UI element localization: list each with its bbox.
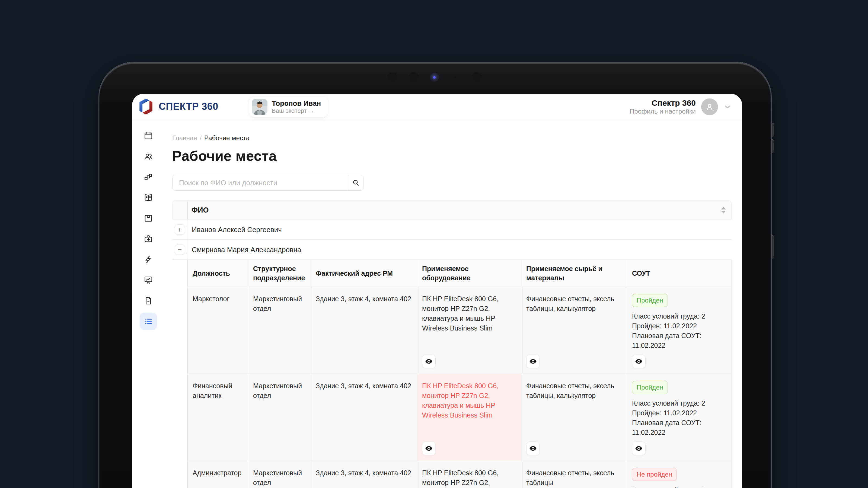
sout-planned-line: Плановая дата СОУТ: 11.02.2022 (632, 331, 726, 350)
search-bar (172, 175, 364, 191)
employee-row: + Иванов Алексей Сергеевич (172, 220, 732, 240)
sidebar-item-energy[interactable] (140, 251, 157, 268)
view-equipment-button[interactable] (422, 355, 436, 368)
breadcrumb-current: Рабочие места (204, 134, 250, 142)
view-equipment-button[interactable] (422, 442, 436, 455)
sout-cell: Пройден Класс условий труда: 2 Пройден: … (627, 374, 732, 461)
account-title: Спектр 360 (629, 98, 696, 108)
main-content: Главная / Рабочие места Рабочие места (172, 120, 732, 488)
equipment-cell-alert: ПК HP EliteDesk 800 G6, монитор HP Z27n … (417, 374, 521, 461)
breadcrumb-home-link[interactable]: Главная (172, 134, 197, 142)
sidebar-item-workplaces[interactable] (140, 313, 157, 330)
spektr-logo-icon (137, 98, 155, 116)
workplace-row: Администратор Маркетинговый отдел Здание… (172, 461, 732, 488)
eye-icon (529, 444, 537, 453)
sout-planned-line: Плановая дата СОУТ: 11.02.2022 (632, 418, 726, 437)
first-aid-kit-icon (144, 234, 153, 244)
search-button[interactable] (348, 175, 363, 190)
open-book-icon (144, 193, 153, 202)
sout-class-line: Класс условий труда: 3 (632, 485, 726, 488)
sidebar-item-structure[interactable] (140, 168, 157, 186)
materials-cell: Финансовые отчеты, эксель таблицы (521, 461, 627, 488)
app-header: СПЕКТР 360 Торопов И (132, 94, 742, 120)
employees-table: ФИО + Иванов Алексей Сергеевич − Смир (172, 200, 732, 488)
page-title: Рабочие места (172, 148, 732, 164)
position-cell: Администратор (187, 461, 248, 488)
expert-avatar (252, 99, 268, 115)
view-sout-button[interactable] (632, 442, 646, 455)
presentation-chart-icon (144, 275, 153, 285)
sensor-dot (388, 72, 398, 83)
sout-passed-line: Пройден: 11.02.2022 (632, 321, 726, 331)
team-icon (144, 152, 153, 161)
column-header-sout: СОУТ (627, 260, 732, 287)
logo-text: СПЕКТР 360 (159, 101, 218, 112)
sidebar-item-team[interactable] (140, 148, 157, 165)
breadcrumb: Главная / Рабочие места (172, 134, 732, 142)
sidebar-item-first-aid[interactable] (140, 230, 157, 248)
equipment-cell: ПК HP EliteDesk 800 G6, монитор HP Z27n … (417, 287, 521, 374)
address-cell: Здание 3, этаж 4, комната 402 (311, 287, 417, 374)
sidebar-item-documents[interactable] (140, 292, 157, 310)
account-menu[interactable]: Спектр 360 Профиль и настройки (629, 94, 732, 120)
employee-row: − Смирнова Мария Александровна (172, 240, 732, 260)
employee-name: Иванов Алексей Сергеевич (187, 226, 732, 234)
equipment-cell: ПК HP EliteDesk 800 G6, монитор HP Z27n … (417, 461, 521, 488)
position-cell: Финансовый аналитик (187, 374, 248, 461)
sort-icon[interactable] (721, 207, 726, 214)
department-cell: Маркетинговый отдел (248, 374, 311, 461)
sidebar-item-calendar[interactable] (140, 127, 157, 144)
account-avatar[interactable] (701, 98, 718, 115)
column-header-department: Структурное подразделение (248, 260, 311, 287)
employee-name: Смирнова Мария Александровна (187, 246, 732, 254)
sidebar-item-knowledge[interactable] (140, 189, 157, 206)
list-icon (144, 316, 153, 326)
stage: СПЕКТР 360 Торопов И (0, 0, 868, 488)
collapse-row-button[interactable]: − (175, 245, 185, 255)
address-cell: Здание 3, этаж 4, комната 402 (311, 374, 417, 461)
view-sout-button[interactable] (632, 355, 646, 368)
search-icon (352, 179, 360, 187)
structure-blocks-icon (144, 172, 153, 182)
app-screen: СПЕКТР 360 Торопов И (132, 94, 742, 488)
sout-status-badge: Пройден (632, 294, 668, 307)
app-logo[interactable]: СПЕКТР 360 (137, 98, 218, 116)
sout-cell: Не пройден Класс условий труда: 3 Пройде… (627, 461, 732, 488)
fio-header-label: ФИО (191, 206, 209, 215)
workplaces-header-row: Должность Структурное подразделение Факт… (172, 260, 732, 287)
chevron-down-icon[interactable] (723, 103, 732, 111)
workplace-row: Финансовый аналитик Маркетинговый отдел … (172, 374, 732, 461)
eye-icon (529, 357, 537, 365)
sout-cell: Пройден Класс условий труда: 2 Пройден: … (627, 287, 732, 374)
person-icon (705, 102, 714, 111)
package-icon (144, 214, 153, 223)
sout-status-badge: Не пройден (632, 468, 677, 481)
column-header-equipment: Применяемое оборудование (417, 260, 521, 287)
view-materials-button[interactable] (526, 442, 540, 455)
materials-cell: Финансовые отчеты, эксель таблицы, кальк… (521, 374, 627, 461)
column-header-materials: Применяемое сырьё и материалы (521, 260, 627, 287)
address-cell: Здание 3, этаж 4, комната 402 (311, 461, 417, 488)
document-icon (144, 296, 153, 305)
eye-icon (425, 357, 433, 365)
sidebar-item-reports[interactable] (140, 271, 157, 289)
position-cell: Маркетолог (187, 287, 248, 374)
department-cell: Маркетинговый отдел (248, 461, 311, 488)
expert-subtitle-link[interactable]: Ваш эксперт → (272, 107, 321, 115)
fio-column-header[interactable]: ФИО (172, 200, 732, 220)
sidebar-item-products[interactable] (140, 209, 157, 227)
expand-row-button[interactable]: + (175, 225, 185, 235)
eye-icon (635, 357, 643, 365)
search-input[interactable] (173, 175, 348, 190)
divider (187, 201, 188, 220)
breadcrumb-separator: / (199, 134, 202, 142)
department-cell: Маркетинговый отдел (248, 287, 311, 374)
sout-status-badge: Пройден (632, 381, 668, 394)
eye-icon (425, 444, 433, 453)
expert-chip[interactable]: Торопов Иван Ваш эксперт → (249, 96, 328, 118)
column-header-address: Фактический адрес РМ (311, 260, 417, 287)
account-subtitle: Профиль и настройки (629, 108, 696, 115)
view-materials-button[interactable] (526, 355, 540, 368)
calendar-icon (144, 131, 153, 141)
sout-passed-line: Пройден: 11.02.2022 (632, 408, 726, 418)
